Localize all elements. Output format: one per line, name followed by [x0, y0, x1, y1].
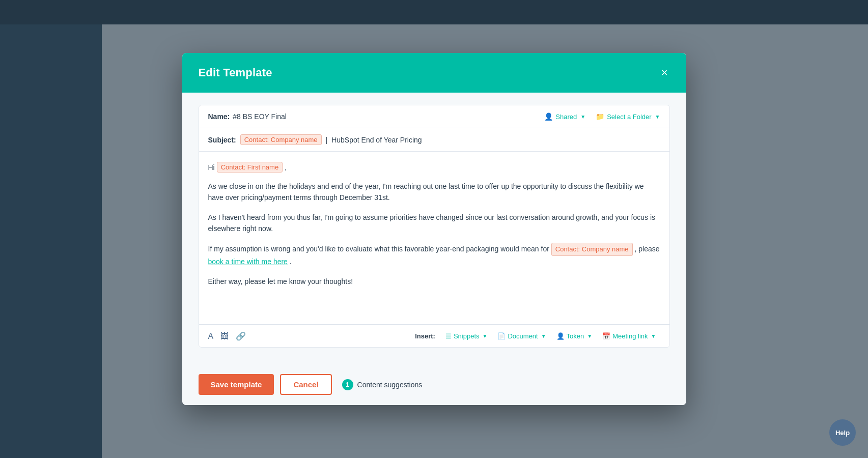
greeting-comma: , — [285, 163, 287, 171]
body-paragraph-2: As I haven't heard from you thus far, I'… — [208, 212, 660, 235]
shared-icon: 👤 — [544, 112, 553, 121]
snippets-button[interactable]: ☰ Snippets ▼ — [441, 330, 492, 342]
meeting-link-chevron-icon: ▼ — [651, 333, 656, 339]
shared-chevron-icon: ▼ — [580, 114, 585, 120]
meeting-link-label: Meeting link — [612, 332, 648, 340]
body-paragraph-4: Either way, please let me know your thou… — [208, 276, 660, 287]
suggestion-label: Content suggestions — [357, 381, 423, 389]
name-row: Name: #8 BS EOY Final 👤 Shared ▼ 📁 Selec… — [199, 105, 669, 128]
greeting-text: Hi — [208, 163, 215, 171]
text-format-icon[interactable]: A — [208, 332, 214, 341]
editor-card: Name: #8 BS EOY Final 👤 Shared ▼ 📁 Selec… — [199, 105, 670, 348]
body-p3-prefix: If my assumption is wrong and you'd like… — [208, 245, 549, 253]
meeting-link-button[interactable]: 📅 Meeting link ▼ — [598, 330, 660, 342]
cancel-button[interactable]: Cancel — [280, 374, 331, 395]
token-icon: 👤 — [556, 332, 565, 340]
greeting-line: Hi Contact: First name , — [208, 162, 660, 173]
document-label: Document — [508, 332, 538, 340]
editor-toolbar: A 🖼 🔗 Insert: ☰ Snippets ▼ 📄 D — [199, 325, 669, 347]
suggestion-badge: 1 — [342, 379, 353, 390]
modal-title: Edit Template — [199, 66, 272, 79]
subject-label: Subject: — [208, 136, 236, 144]
token-chevron-icon: ▼ — [587, 333, 592, 339]
meeting-link-icon: 📅 — [602, 332, 610, 340]
insert-label: Insert: — [415, 332, 435, 340]
modal-backdrop: Edit Template × Name: #8 BS EOY Final 👤 … — [0, 0, 868, 458]
modal-footer: Save template Cancel 1 Content suggestio… — [182, 364, 686, 405]
toolbar-right: Insert: ☰ Snippets ▼ 📄 Document ▼ 👤 — [415, 330, 660, 342]
content-suggestions[interactable]: 1 Content suggestions — [342, 379, 423, 390]
book-time-link[interactable]: book a time with me here — [208, 257, 288, 266]
snippets-chevron-icon: ▼ — [483, 333, 488, 339]
snippets-icon: ☰ — [445, 332, 452, 340]
body-p3-middle: , please — [634, 245, 659, 253]
document-icon: 📄 — [497, 332, 506, 340]
image-insert-icon[interactable]: 🖼 — [220, 332, 229, 341]
save-template-button[interactable]: Save template — [199, 374, 274, 395]
subject-separator: | — [326, 136, 328, 144]
document-button[interactable]: 📄 Document ▼ — [493, 330, 550, 342]
link-icon[interactable]: 🔗 — [236, 331, 246, 341]
document-chevron-icon: ▼ — [541, 333, 546, 339]
toolbar-left: A 🖼 🔗 — [208, 331, 246, 341]
body-paragraph-3: If my assumption is wrong and you'd like… — [208, 243, 660, 268]
body-paragraph-1: As we close in on the the holidays and e… — [208, 181, 660, 204]
name-right: 👤 Shared ▼ 📁 Select a Folder ▼ — [544, 112, 660, 121]
body-p3-suffix: . — [290, 257, 292, 266]
help-button[interactable]: Help — [829, 419, 856, 446]
folder-chevron-icon: ▼ — [655, 114, 660, 120]
modal-header: Edit Template × — [182, 53, 686, 93]
select-folder-button[interactable]: 📁 Select a Folder ▼ — [596, 112, 660, 121]
snippets-label: Snippets — [454, 332, 480, 340]
email-body[interactable]: Hi Contact: First name , As we close in … — [199, 152, 669, 325]
modal-body: Name: #8 BS EOY Final 👤 Shared ▼ 📁 Selec… — [182, 93, 686, 364]
token-button[interactable]: 👤 Token ▼ — [552, 330, 597, 342]
subject-text: HubSpot End of Year Pricing — [331, 136, 422, 144]
first-name-token[interactable]: Contact: First name — [217, 162, 283, 173]
edit-template-modal: Edit Template × Name: #8 BS EOY Final 👤 … — [182, 53, 686, 405]
name-label: Name: — [208, 112, 230, 121]
modal-close-button[interactable]: × — [659, 65, 670, 80]
token-label: Token — [567, 332, 584, 340]
shared-label: Shared — [555, 113, 577, 121]
name-left: Name: #8 BS EOY Final — [208, 112, 287, 121]
subject-row: Subject: Contact: Company name | HubSpot… — [199, 128, 669, 152]
shared-button[interactable]: 👤 Shared ▼ — [544, 112, 585, 121]
body-company-token[interactable]: Contact: Company name — [551, 243, 633, 256]
subject-company-token[interactable]: Contact: Company name — [240, 134, 322, 145]
name-value: #8 BS EOY Final — [233, 112, 287, 121]
folder-icon: 📁 — [596, 112, 604, 121]
folder-label: Select a Folder — [607, 113, 651, 121]
